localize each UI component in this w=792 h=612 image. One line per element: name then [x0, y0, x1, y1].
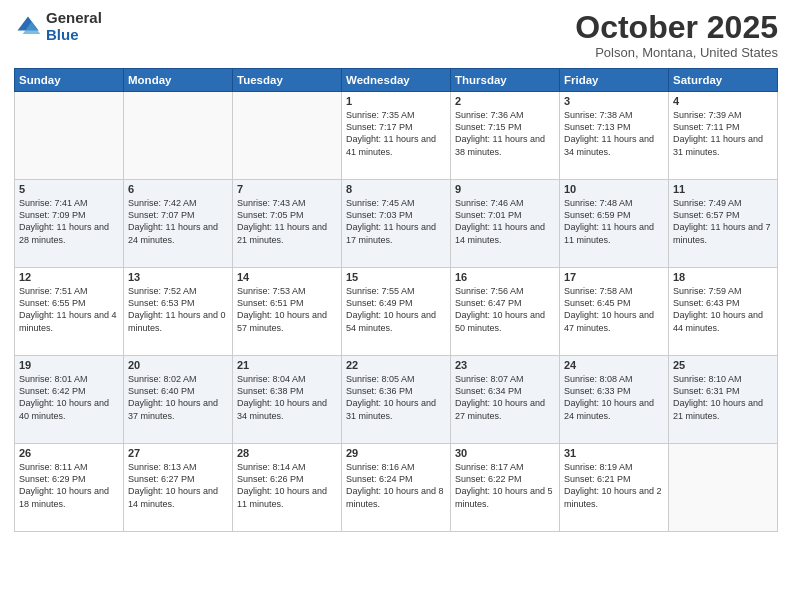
table-row: 13Sunrise: 7:52 AM Sunset: 6:53 PM Dayli…: [124, 268, 233, 356]
day-info: Sunrise: 7:45 AM Sunset: 7:03 PM Dayligh…: [346, 197, 446, 246]
logo-icon: [14, 13, 42, 41]
day-info: Sunrise: 7:56 AM Sunset: 6:47 PM Dayligh…: [455, 285, 555, 334]
location: Polson, Montana, United States: [575, 45, 778, 60]
table-row: [669, 444, 778, 532]
table-row: 17Sunrise: 7:58 AM Sunset: 6:45 PM Dayli…: [560, 268, 669, 356]
table-row: 15Sunrise: 7:55 AM Sunset: 6:49 PM Dayli…: [342, 268, 451, 356]
day-info: Sunrise: 8:17 AM Sunset: 6:22 PM Dayligh…: [455, 461, 555, 510]
day-info: Sunrise: 8:16 AM Sunset: 6:24 PM Dayligh…: [346, 461, 446, 510]
table-row: 7Sunrise: 7:43 AM Sunset: 7:05 PM Daylig…: [233, 180, 342, 268]
table-row: 8Sunrise: 7:45 AM Sunset: 7:03 PM Daylig…: [342, 180, 451, 268]
day-number: 14: [237, 271, 337, 283]
day-number: 27: [128, 447, 228, 459]
day-number: 25: [673, 359, 773, 371]
day-number: 1: [346, 95, 446, 107]
day-number: 4: [673, 95, 773, 107]
day-info: Sunrise: 7:42 AM Sunset: 7:07 PM Dayligh…: [128, 197, 228, 246]
day-number: 3: [564, 95, 664, 107]
day-info: Sunrise: 7:52 AM Sunset: 6:53 PM Dayligh…: [128, 285, 228, 334]
day-number: 13: [128, 271, 228, 283]
day-number: 19: [19, 359, 119, 371]
table-row: 5Sunrise: 7:41 AM Sunset: 7:09 PM Daylig…: [15, 180, 124, 268]
col-saturday: Saturday: [669, 69, 778, 92]
table-row: 9Sunrise: 7:46 AM Sunset: 7:01 PM Daylig…: [451, 180, 560, 268]
table-row: 22Sunrise: 8:05 AM Sunset: 6:36 PM Dayli…: [342, 356, 451, 444]
day-number: 24: [564, 359, 664, 371]
day-number: 9: [455, 183, 555, 195]
table-row: 29Sunrise: 8:16 AM Sunset: 6:24 PM Dayli…: [342, 444, 451, 532]
day-info: Sunrise: 7:53 AM Sunset: 6:51 PM Dayligh…: [237, 285, 337, 334]
calendar-table: Sunday Monday Tuesday Wednesday Thursday…: [14, 68, 778, 532]
day-number: 7: [237, 183, 337, 195]
day-number: 28: [237, 447, 337, 459]
logo: General Blue: [14, 10, 102, 43]
table-row: 14Sunrise: 7:53 AM Sunset: 6:51 PM Dayli…: [233, 268, 342, 356]
table-row: 6Sunrise: 7:42 AM Sunset: 7:07 PM Daylig…: [124, 180, 233, 268]
table-row: 1Sunrise: 7:35 AM Sunset: 7:17 PM Daylig…: [342, 92, 451, 180]
day-info: Sunrise: 8:13 AM Sunset: 6:27 PM Dayligh…: [128, 461, 228, 510]
day-info: Sunrise: 8:19 AM Sunset: 6:21 PM Dayligh…: [564, 461, 664, 510]
day-number: 8: [346, 183, 446, 195]
table-row: 28Sunrise: 8:14 AM Sunset: 6:26 PM Dayli…: [233, 444, 342, 532]
day-info: Sunrise: 8:02 AM Sunset: 6:40 PM Dayligh…: [128, 373, 228, 422]
day-info: Sunrise: 7:51 AM Sunset: 6:55 PM Dayligh…: [19, 285, 119, 334]
table-row: 4Sunrise: 7:39 AM Sunset: 7:11 PM Daylig…: [669, 92, 778, 180]
day-info: Sunrise: 8:11 AM Sunset: 6:29 PM Dayligh…: [19, 461, 119, 510]
header: General Blue October 2025 Polson, Montan…: [14, 10, 778, 60]
day-info: Sunrise: 7:55 AM Sunset: 6:49 PM Dayligh…: [346, 285, 446, 334]
table-row: 30Sunrise: 8:17 AM Sunset: 6:22 PM Dayli…: [451, 444, 560, 532]
table-row: 18Sunrise: 7:59 AM Sunset: 6:43 PM Dayli…: [669, 268, 778, 356]
col-thursday: Thursday: [451, 69, 560, 92]
col-friday: Friday: [560, 69, 669, 92]
col-sunday: Sunday: [15, 69, 124, 92]
day-info: Sunrise: 8:07 AM Sunset: 6:34 PM Dayligh…: [455, 373, 555, 422]
table-row: 11Sunrise: 7:49 AM Sunset: 6:57 PM Dayli…: [669, 180, 778, 268]
table-row: 10Sunrise: 7:48 AM Sunset: 6:59 PM Dayli…: [560, 180, 669, 268]
month-title: October 2025: [575, 10, 778, 45]
day-number: 15: [346, 271, 446, 283]
day-info: Sunrise: 8:14 AM Sunset: 6:26 PM Dayligh…: [237, 461, 337, 510]
table-row: 31Sunrise: 8:19 AM Sunset: 6:21 PM Dayli…: [560, 444, 669, 532]
day-info: Sunrise: 8:10 AM Sunset: 6:31 PM Dayligh…: [673, 373, 773, 422]
table-row: 12Sunrise: 7:51 AM Sunset: 6:55 PM Dayli…: [15, 268, 124, 356]
logo-general: General: [46, 9, 102, 26]
day-number: 6: [128, 183, 228, 195]
day-info: Sunrise: 7:59 AM Sunset: 6:43 PM Dayligh…: [673, 285, 773, 334]
logo-blue: Blue: [46, 26, 79, 43]
table-row: 16Sunrise: 7:56 AM Sunset: 6:47 PM Dayli…: [451, 268, 560, 356]
day-info: Sunrise: 7:39 AM Sunset: 7:11 PM Dayligh…: [673, 109, 773, 158]
table-row: 27Sunrise: 8:13 AM Sunset: 6:27 PM Dayli…: [124, 444, 233, 532]
day-number: 12: [19, 271, 119, 283]
calendar-header-row: Sunday Monday Tuesday Wednesday Thursday…: [15, 69, 778, 92]
day-info: Sunrise: 7:48 AM Sunset: 6:59 PM Dayligh…: [564, 197, 664, 246]
day-info: Sunrise: 7:41 AM Sunset: 7:09 PM Dayligh…: [19, 197, 119, 246]
table-row: 23Sunrise: 8:07 AM Sunset: 6:34 PM Dayli…: [451, 356, 560, 444]
day-info: Sunrise: 8:04 AM Sunset: 6:38 PM Dayligh…: [237, 373, 337, 422]
day-number: 5: [19, 183, 119, 195]
col-monday: Monday: [124, 69, 233, 92]
day-number: 18: [673, 271, 773, 283]
table-row: 21Sunrise: 8:04 AM Sunset: 6:38 PM Dayli…: [233, 356, 342, 444]
day-info: Sunrise: 7:46 AM Sunset: 7:01 PM Dayligh…: [455, 197, 555, 246]
day-info: Sunrise: 7:49 AM Sunset: 6:57 PM Dayligh…: [673, 197, 773, 246]
day-info: Sunrise: 7:38 AM Sunset: 7:13 PM Dayligh…: [564, 109, 664, 158]
day-info: Sunrise: 8:01 AM Sunset: 6:42 PM Dayligh…: [19, 373, 119, 422]
day-number: 26: [19, 447, 119, 459]
title-block: October 2025 Polson, Montana, United Sta…: [575, 10, 778, 60]
table-row: [124, 92, 233, 180]
day-info: Sunrise: 7:35 AM Sunset: 7:17 PM Dayligh…: [346, 109, 446, 158]
day-info: Sunrise: 7:43 AM Sunset: 7:05 PM Dayligh…: [237, 197, 337, 246]
day-number: 2: [455, 95, 555, 107]
col-wednesday: Wednesday: [342, 69, 451, 92]
day-number: 17: [564, 271, 664, 283]
day-info: Sunrise: 8:05 AM Sunset: 6:36 PM Dayligh…: [346, 373, 446, 422]
day-info: Sunrise: 8:08 AM Sunset: 6:33 PM Dayligh…: [564, 373, 664, 422]
table-row: 26Sunrise: 8:11 AM Sunset: 6:29 PM Dayli…: [15, 444, 124, 532]
day-number: 20: [128, 359, 228, 371]
day-number: 31: [564, 447, 664, 459]
table-row: 19Sunrise: 8:01 AM Sunset: 6:42 PM Dayli…: [15, 356, 124, 444]
day-number: 11: [673, 183, 773, 195]
col-tuesday: Tuesday: [233, 69, 342, 92]
main-container: General Blue October 2025 Polson, Montan…: [0, 0, 792, 612]
day-number: 10: [564, 183, 664, 195]
